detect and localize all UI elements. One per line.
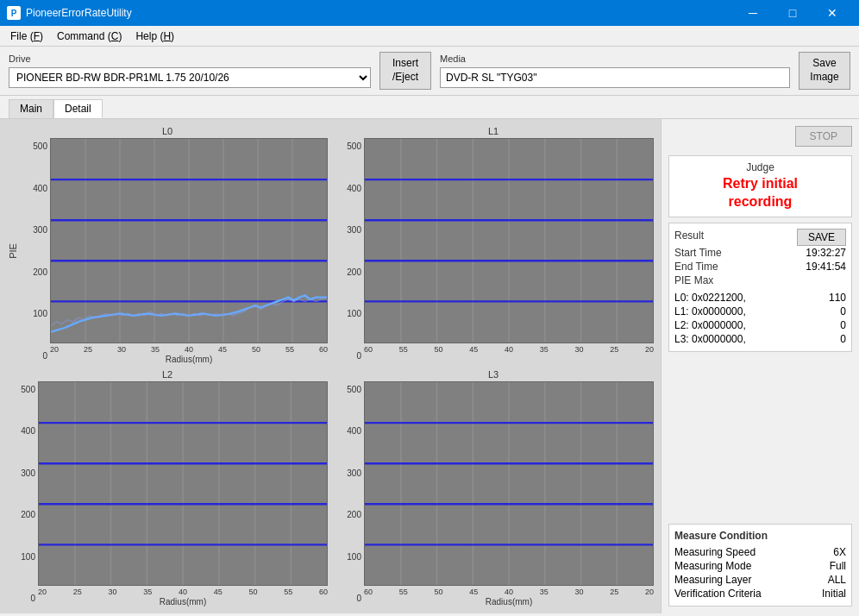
measure-condition-header: Measure Condition	[674, 530, 846, 542]
measure-row-layer: Measuring Layer ALL	[674, 573, 846, 587]
maximize-button[interactable]: □	[773, 0, 812, 26]
y-axis-L0: 5004003002001000	[19, 138, 50, 364]
measuring-layer-value: ALL	[828, 574, 846, 586]
chart-title-L3: L3	[333, 369, 654, 380]
x-axis-L1: 605550454035302520	[364, 343, 654, 354]
chart-panel-L1: L1 5004003002001000	[333, 126, 654, 364]
chart-plot-L0	[50, 138, 328, 343]
drive-label: Drive	[9, 53, 371, 64]
pie-max-key-L3: L3: 0x0000000,	[674, 333, 746, 345]
pie-max-val-L1: 0	[840, 305, 846, 317]
insert-eject-button[interactable]: Insert/Eject	[379, 52, 431, 90]
minimize-button[interactable]: ─	[733, 0, 773, 26]
pie-max-row-L2: L2: 0x0000000, 0	[674, 318, 846, 332]
chart-panel-L3: L3 5004003002001000	[333, 369, 654, 607]
pie-max-row-L0: L0: 0x0221200, 110	[674, 291, 846, 305]
menu-help[interactable]: Help (H)	[129, 28, 181, 44]
side-panel: STOP Judge Retry initialrecording Result…	[661, 119, 859, 613]
main-content: L0 PIE 5004003002001000	[0, 118, 859, 613]
tab-detail[interactable]: Detail	[53, 99, 103, 118]
close-button[interactable]: ✕	[812, 0, 852, 26]
end-time-label: End Time	[674, 261, 718, 273]
x-label-L3: Radius(mm)	[364, 597, 654, 607]
verification-criteria-label: Verification Criteria	[674, 588, 762, 600]
pie-max-section: L0: 0x0221200, 110 L1: 0x0000000, 0 L2: …	[674, 291, 846, 346]
chart-title-L0: L0	[7, 126, 328, 136]
y-axis-L3: 5004003002001000	[333, 381, 364, 607]
media-value: DVD-R SL "TYG03"	[440, 67, 790, 88]
verification-criteria-value: Initial	[822, 588, 846, 600]
pie-max-key-L2: L2: 0x0000000,	[674, 319, 746, 331]
save-button[interactable]: SAVE	[797, 229, 846, 246]
chart-panel-L2: L2 5004003002001000	[7, 369, 328, 607]
pie-max-val-L2: 0	[840, 319, 846, 331]
start-time-value: 19:32:27	[806, 247, 846, 259]
judge-label: Judge	[674, 161, 846, 173]
result-section: Result SAVE Start Time 19:32:27 End Time…	[668, 223, 852, 352]
chart-title-L1: L1	[333, 126, 654, 136]
chart-area: L0 PIE 5004003002001000	[0, 119, 661, 613]
pie-max-key-L1: L1: 0x0000000,	[674, 305, 746, 317]
tab-main[interactable]: Main	[9, 99, 53, 118]
media-label: Media	[440, 53, 790, 64]
measuring-speed-label: Measuring Speed	[674, 546, 756, 558]
chart-plot-L3	[364, 381, 654, 587]
menu-bar: File (F) Command (C) Help (H)	[0, 26, 859, 47]
y-axis-L2: 5004003002001000	[7, 381, 38, 607]
x-axis-L3: 605550454035302520	[364, 586, 654, 596]
tab-bar: Main Detail	[0, 96, 859, 118]
judge-value: Retry initialrecording	[674, 175, 846, 211]
measuring-speed-value: 6X	[833, 546, 846, 558]
result-row-end-time: End Time 19:41:54	[674, 260, 846, 273]
window-controls: ─ □ ✕	[733, 0, 852, 26]
pie-max-label: PIE Max	[674, 274, 713, 286]
measure-condition-section: Measure Condition Measuring Speed 6X Mea…	[668, 524, 852, 607]
x-axis-L2: 202530354045505560	[38, 586, 328, 596]
measuring-layer-label: Measuring Layer	[674, 574, 751, 586]
x-label-L0: Radius(mm)	[50, 355, 328, 364]
x-label-L1	[364, 355, 654, 364]
pie-max-val-L0: 110	[829, 292, 846, 304]
chart-grid: L0 PIE 5004003002001000	[7, 126, 654, 607]
stop-button[interactable]: STOP	[795, 126, 852, 147]
pie-max-row-L1: L1: 0x0000000, 0	[674, 305, 846, 318]
x-axis-L0: 202530354045505560	[50, 343, 328, 354]
title-bar: P PioneerErrorRateUtility ─ □ ✕	[0, 0, 859, 26]
chart-title-L2: L2	[7, 369, 328, 380]
start-time-label: Start Time	[674, 247, 722, 259]
pie-max-val-L3: 0	[840, 333, 846, 345]
pie-max-label-row: PIE Max	[674, 273, 846, 287]
x-label-L2: Radius(mm)	[38, 597, 328, 607]
measure-row-mode: Measuring Mode Full	[674, 559, 846, 573]
app-icon: P	[7, 6, 21, 20]
measure-row-speed: Measuring Speed 6X	[674, 545, 846, 559]
menu-file[interactable]: File (F)	[3, 28, 50, 44]
drive-select[interactable]: PIONEER BD-RW BDR-PR1ML 1.75 20/10/26	[9, 67, 371, 88]
measuring-mode-value: Full	[830, 560, 846, 572]
chart-plot-L1	[364, 138, 654, 343]
measure-row-criteria: Verification Criteria Initial	[674, 587, 846, 600]
save-image-button[interactable]: SaveImage	[799, 52, 850, 90]
judge-section: Judge Retry initialrecording	[668, 155, 852, 217]
result-row-start-time: Start Time 19:32:27	[674, 246, 846, 260]
toolbar: Drive PIONEER BD-RW BDR-PR1ML 1.75 20/10…	[0, 47, 859, 96]
pie-label-L0: PIE	[8, 243, 18, 259]
window-title: PioneerErrorRateUtility	[26, 7, 132, 19]
y-axis-L1: 5004003002001000	[333, 138, 364, 364]
drive-group: Drive PIONEER BD-RW BDR-PR1ML 1.75 20/10…	[9, 53, 371, 88]
media-group: Media DVD-R SL "TYG03"	[440, 53, 790, 88]
menu-command[interactable]: Command (C)	[50, 28, 129, 44]
pie-max-key-L0: L0: 0x0221200,	[674, 292, 746, 304]
chart-plot-L2	[38, 381, 328, 587]
end-time-value: 19:41:54	[806, 261, 846, 273]
pie-max-row-L3: L3: 0x0000000, 0	[674, 332, 846, 346]
chart-panel-L0: L0 PIE 5004003002001000	[7, 126, 328, 364]
measuring-mode-label: Measuring Mode	[674, 560, 751, 572]
result-label: Result	[674, 229, 704, 242]
